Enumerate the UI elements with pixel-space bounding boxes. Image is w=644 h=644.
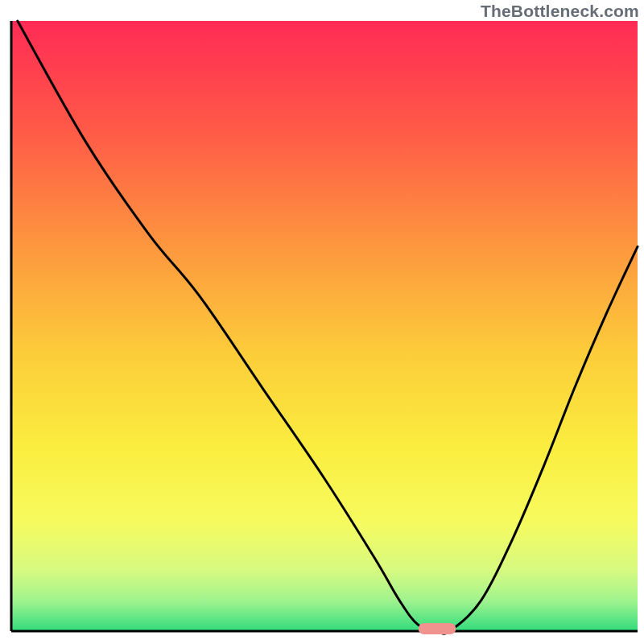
chart-canvas [0,0,644,644]
watermark-text: TheBottleneck.com [481,2,639,21]
optimal-pill [419,623,456,634]
chart-background [11,21,638,631]
bottleneck-chart: TheBottleneck.com [0,0,644,644]
